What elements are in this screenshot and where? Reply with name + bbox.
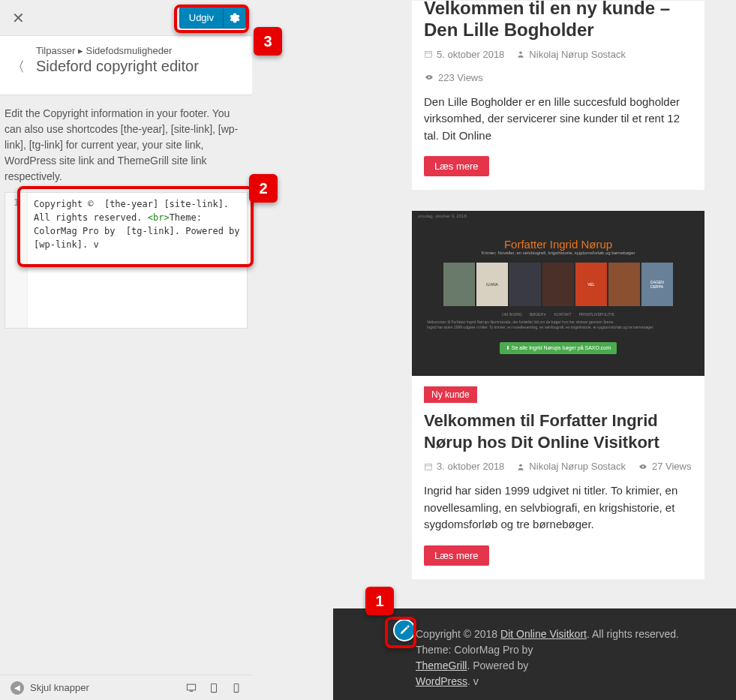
eye-icon [638, 462, 648, 471]
code-textarea[interactable]: Copyright © [the-year] [site-link]. All … [28, 193, 247, 328]
thumb-cta: ⬇ Se alle Ingrid Nørups bøger på SAXO.co… [500, 342, 617, 354]
tablet-icon[interactable] [209, 683, 219, 693]
breadcrumb-section: Sidefodsmuligheder [86, 45, 173, 56]
section-title: Sideford copyright editor [36, 58, 243, 75]
post-card: Velkommen til en ny kunde – Den Lille Bo… [411, 0, 705, 191]
gear-icon [230, 13, 240, 23]
line-number-gutter: 1 [5, 193, 28, 328]
svg-rect-2 [212, 683, 217, 692]
edit-shortcut-button[interactable] [393, 619, 416, 641]
thumb-site-title: Forfatter Ingrid Nørup [412, 221, 704, 251]
svg-point-6 [520, 51, 523, 54]
post-views: 223 Views [424, 72, 483, 83]
collapse-label: Skjul knapper [30, 682, 89, 693]
footer-sitelink[interactable]: Dit Online Visitkort [500, 628, 587, 640]
calendar-icon [424, 50, 433, 59]
read-more-button[interactable]: Læs mere [424, 156, 489, 176]
post-views: 27 Views [638, 461, 692, 472]
post-author[interactable]: Nikolaj Nørup Sostack [516, 461, 626, 472]
post-excerpt: Ingrid har siden 1999 udgivet ni titler.… [412, 482, 704, 545]
post-title-link[interactable]: Velkommen til Forfatter Ingrid Nørup hos… [412, 410, 704, 461]
calendar-icon [424, 462, 433, 471]
post-date[interactable]: 3. oktober 2018 [424, 461, 504, 472]
post-date[interactable]: 5. oktober 2018 [424, 49, 504, 60]
category-tag[interactable]: Ny kunde [424, 386, 477, 403]
svg-point-9 [520, 464, 523, 467]
post-card: onsdag, oktober 3, 2018 Forfatter Ingrid… [411, 210, 705, 580]
breadcrumb-root[interactable]: Tilpasser [36, 45, 75, 56]
post-thumbnail[interactable]: onsdag, oktober 3, 2018 Forfatter Ingrid… [412, 211, 704, 376]
post-meta: 3. oktober 2018 Nikolaj Nørup Sostack 27… [412, 461, 704, 482]
site-footer: Copyright © 2018 Dit Online Visitkort. A… [333, 608, 736, 700]
svg-rect-3 [234, 683, 239, 692]
breadcrumb-separator: ▸ [78, 45, 83, 56]
user-icon [516, 462, 525, 471]
post-meta: 5. oktober 2018 Nikolaj Nørup Sostack 22… [412, 49, 704, 94]
collapse-sidebar-button[interactable]: ◀ Skjul knapper [11, 681, 89, 695]
breadcrumb: Tilpasser ▸ Sidefodsmuligheder [36, 45, 243, 56]
svg-rect-1 [190, 690, 193, 691]
customizer-footer: ◀ Skjul knapper [0, 674, 252, 700]
preview-pane[interactable]: Velkommen til en ny kunde – Den Lille Bo… [252, 0, 736, 700]
footer-themegrill-link[interactable]: ThemeGrill [416, 659, 467, 671]
thumb-tagline: Krimier, Noveller, en selvbiografi, krig… [412, 251, 704, 255]
post-author[interactable]: Nikolaj Nørup Sostack [516, 49, 626, 60]
customizer-topbar: ✕ Udgiv [0, 0, 252, 36]
mobile-icon[interactable] [231, 683, 242, 693]
customizer-panel: ✕ Udgiv 〈 Tilpasser ▸ Sidefodsmuligheder… [0, 0, 252, 700]
section-header: 〈 Tilpasser ▸ Sidefodsmuligheder Sidefor… [0, 36, 252, 95]
post-title-link[interactable]: Velkommen til en ny kunde – Den Lille Bo… [412, 0, 704, 49]
collapse-icon: ◀ [11, 681, 24, 695]
desktop-icon[interactable] [186, 683, 197, 693]
svg-rect-0 [187, 684, 195, 690]
post-excerpt: Den Lille Bogholder er en lille succesfu… [412, 94, 704, 157]
publish-button-group: Udgiv [179, 7, 246, 29]
eye-icon [424, 73, 434, 82]
publish-button[interactable]: Udgiv [179, 7, 224, 29]
copyright-code-editor[interactable]: 1 Copyright © [the-year] [site-link]. Al… [5, 192, 248, 329]
device-preview-toggles [186, 683, 242, 693]
back-button[interactable]: 〈 [3, 48, 33, 86]
pencil-icon [399, 625, 410, 635]
svg-rect-4 [425, 51, 431, 57]
user-icon [516, 50, 525, 59]
svg-rect-7 [425, 464, 431, 470]
publish-settings-button[interactable] [224, 7, 246, 29]
control-description: Edit the Copyright information in your f… [0, 95, 252, 192]
footer-wordpress-link[interactable]: WordPress [416, 675, 467, 687]
close-customizer-button[interactable]: ✕ [0, 0, 36, 36]
read-more-button[interactable]: Læs mere [424, 545, 489, 566]
